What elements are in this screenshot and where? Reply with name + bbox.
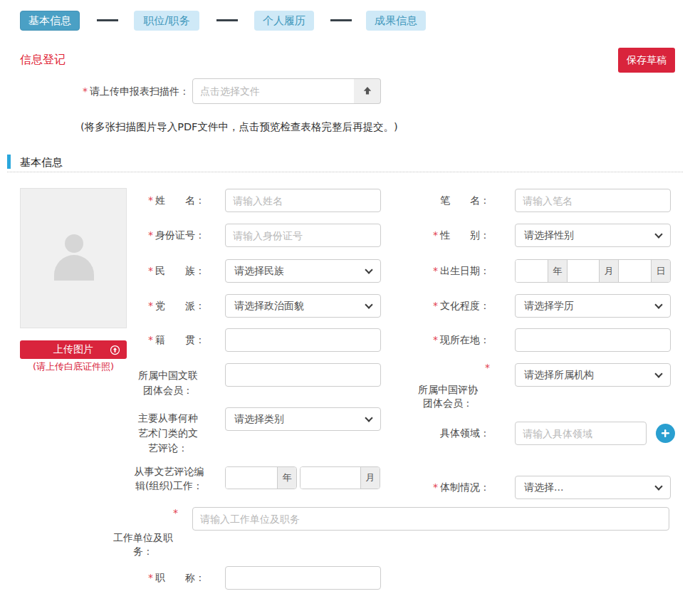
review-editing-month-group: 月 (300, 466, 380, 489)
photo-placeholder (20, 188, 127, 328)
native-place-label: *籍 贯： (121, 333, 205, 347)
id-number-input[interactable] (225, 224, 381, 247)
required-asterisk: * (148, 194, 153, 206)
ethnicity-label: *民 族： (121, 264, 205, 278)
upload-photo-button[interactable]: 上传图片 (20, 340, 127, 359)
stepper-connector (97, 19, 118, 21)
step-tab-position[interactable]: 职位/职务 (134, 11, 199, 31)
birth-year-input[interactable] (516, 260, 548, 282)
art-category-label: 主要从事何种艺术门类的文艺评论： (128, 411, 208, 456)
pen-name-label: 笔 名： (406, 194, 490, 207)
plus-icon (661, 429, 670, 438)
required-asterisk: * (107, 507, 178, 518)
chevron-down-icon (365, 301, 372, 308)
pingxie-member-label: 所属中国评协团体会员： (406, 383, 490, 410)
specific-field-input[interactable] (515, 422, 647, 445)
job-title-label: *职 称： (121, 571, 205, 585)
pen-name-input[interactable] (515, 189, 671, 212)
name-label: *姓 名： (121, 194, 205, 207)
application-scan-file-input[interactable] (192, 78, 355, 104)
section-title: 基本信息 (20, 156, 63, 169)
year-unit-label: 年 (277, 467, 296, 489)
file-upload-button[interactable] (354, 78, 381, 104)
day-unit-label: 日 (651, 260, 670, 282)
application-scan-label: *请上传申报表扫描件： (28, 85, 189, 98)
wenlian-member-label: 所属中国文联团体会员： (128, 368, 208, 398)
review-editing-year-group: 年 (225, 466, 297, 489)
month-unit-label: 月 (360, 467, 380, 489)
required-asterisk: * (433, 265, 438, 276)
required-asterisk: * (433, 229, 438, 241)
work-unit-input[interactable] (192, 507, 669, 531)
chevron-down-icon (654, 370, 662, 377)
chevron-down-icon (365, 414, 372, 422)
section-accent-bar (7, 155, 11, 169)
specific-field-label: 具体领域： (406, 427, 490, 440)
registration-page: 基本信息 职位/职务 个人履历 成果信息 信息登记 保存草稿 *请上传申报表扫描… (0, 0, 690, 616)
step-tab-resume[interactable]: 个人履历 (254, 11, 314, 31)
system-status-label: *体制情况： (406, 481, 490, 494)
art-category-select[interactable]: 请选择类别 (225, 407, 381, 431)
ethnicity-select[interactable]: 请选择民族 (225, 259, 381, 283)
birth-date-label: *出生日期： (406, 264, 490, 278)
stepper-connector (216, 19, 238, 21)
education-label: *文化程度： (406, 299, 490, 313)
chevron-down-icon (654, 301, 662, 308)
save-draft-button[interactable]: 保存草稿 (618, 48, 675, 73)
required-asterisk: * (433, 300, 438, 311)
arrow-circle-up-icon (110, 345, 120, 355)
birth-day-input[interactable] (618, 260, 651, 282)
chevron-down-icon (365, 266, 372, 273)
gender-label: *性 别： (406, 229, 490, 242)
required-asterisk: * (83, 85, 88, 97)
required-asterisk: * (148, 265, 153, 276)
review-editing-label: 从事文艺评论编辑(组织)工作： (128, 464, 210, 493)
year-unit-label: 年 (548, 260, 567, 282)
pingxie-member-select[interactable]: 请选择所属机构 (515, 363, 671, 387)
job-title-input[interactable] (225, 566, 381, 590)
work-unit-label: 工作单位及职务： (108, 531, 178, 558)
required-asterisk: * (148, 334, 153, 345)
add-field-button[interactable] (656, 424, 675, 443)
education-select[interactable]: 请选择学历 (515, 294, 671, 318)
step-tab-achievements[interactable]: 成果信息 (366, 11, 426, 31)
review-editing-year-input[interactable] (226, 467, 277, 489)
current-location-input[interactable] (515, 328, 671, 352)
required-asterisk: * (406, 362, 490, 373)
birth-date-group: 年 月 日 (515, 259, 671, 283)
party-select[interactable]: 请选择政治面貌 (225, 294, 381, 318)
page-title: 信息登记 (20, 53, 66, 68)
required-asterisk: * (433, 334, 438, 345)
native-place-input[interactable] (225, 328, 381, 352)
id-number-label: *身份证号： (121, 229, 205, 242)
required-asterisk: * (148, 229, 153, 241)
current-location-label: *现所在地： (406, 333, 490, 347)
birth-month-input[interactable] (567, 260, 600, 282)
system-status-select[interactable]: 请选择... (515, 476, 671, 499)
step-tab-basic-info[interactable]: 基本信息 (20, 11, 80, 31)
chevron-down-icon (654, 482, 662, 490)
required-asterisk: * (148, 572, 153, 583)
gender-select[interactable]: 请选择性别 (515, 224, 671, 247)
stepper-connector (330, 19, 352, 21)
wenlian-member-input[interactable] (225, 363, 381, 387)
name-input[interactable] (225, 189, 381, 212)
photo-caption: (请上传白底证件照) (20, 360, 127, 373)
section-divider (7, 172, 683, 172)
review-editing-month-input[interactable] (300, 467, 360, 489)
chevron-down-icon (654, 230, 662, 238)
required-asterisk: * (148, 300, 153, 311)
party-label: *党 派： (121, 299, 205, 313)
upload-icon (361, 85, 374, 98)
required-asterisk: * (433, 481, 438, 493)
upload-note: (将多张扫描图片导入PDF文件中，点击预览检查表格完整后再提交。) (80, 120, 398, 134)
month-unit-label: 月 (599, 260, 618, 282)
